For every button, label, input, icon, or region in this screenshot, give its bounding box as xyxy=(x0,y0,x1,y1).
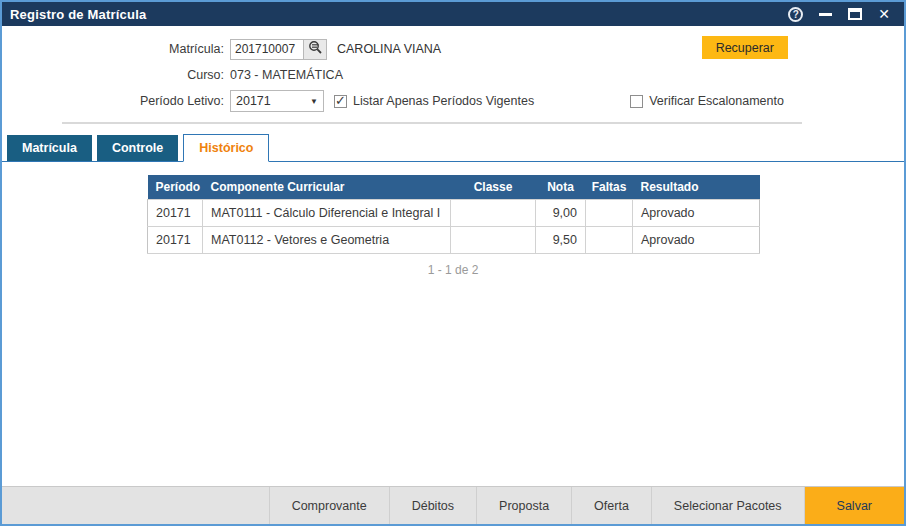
comprovante-button[interactable]: Comprovante xyxy=(269,487,389,524)
historico-table: Período Componente Curricular Classe Not… xyxy=(147,175,760,254)
student-name: CAROLINA VIANA xyxy=(337,42,441,56)
cell-classe xyxy=(451,199,536,226)
periodo-row: Período Letivo: 20171 ▼ Listar Apenas Pe… xyxy=(2,88,904,114)
cell-periodo: 20171 xyxy=(148,226,203,253)
curso-label: Curso: xyxy=(2,68,230,82)
historico-panel: Período Componente Curricular Classe Not… xyxy=(2,161,904,486)
matricula-lookup-button[interactable] xyxy=(304,39,327,60)
cell-faltas xyxy=(586,226,633,253)
col-header-faltas: Faltas xyxy=(586,175,633,199)
checkbox-verificar-escalonamento-label: Verificar Escalonamento xyxy=(649,94,784,108)
lookup-icon xyxy=(308,40,323,58)
form-separator xyxy=(62,122,802,124)
action-bar: Comprovante Débitos Proposta Oferta Sele… xyxy=(2,486,904,524)
cell-classe xyxy=(451,226,536,253)
oferta-button[interactable]: Oferta xyxy=(571,487,651,524)
cell-resultado: Aprovado xyxy=(633,199,760,226)
matricula-input[interactable] xyxy=(230,39,304,60)
selecionar-pacotes-button[interactable]: Selecionar Pacotes xyxy=(651,487,804,524)
cell-nota: 9,00 xyxy=(536,199,586,226)
periodo-letivo-label: Período Letivo: xyxy=(2,94,230,108)
tab-strip: Matrícula Controle Histórico xyxy=(2,128,904,161)
curso-row: Curso: 073 - MATEMÁTICA xyxy=(2,62,904,88)
enrollment-form: Matrícula: CAROLINA VIANA Recuperar Curs… xyxy=(2,26,904,128)
tab-controle[interactable]: Controle xyxy=(97,135,178,161)
restore-window-icon[interactable] xyxy=(848,8,862,20)
cell-resultado: Aprovado xyxy=(633,226,760,253)
cell-faltas xyxy=(586,199,633,226)
col-header-componente: Componente Curricular xyxy=(203,175,451,199)
col-header-periodo: Período xyxy=(148,175,203,199)
cell-nota: 9,50 xyxy=(536,226,586,253)
recuperar-button[interactable]: Recuperar xyxy=(702,36,788,59)
table-header-row: Período Componente Curricular Classe Not… xyxy=(148,175,760,199)
cell-componente: MAT0112 - Vetores e Geometria xyxy=(203,226,451,253)
pagination-label: 1 - 1 de 2 xyxy=(147,263,759,277)
salvar-button[interactable]: Salvar xyxy=(804,487,904,524)
checkbox-listar-vigentes[interactable]: Listar Apenas Períodos Vigentes xyxy=(334,94,534,108)
col-header-resultado: Resultado xyxy=(633,175,760,199)
checkbox-unchecked-icon[interactable] xyxy=(630,95,643,108)
table-row[interactable]: 20171 MAT0111 - Cálculo Diferencial e In… xyxy=(148,199,760,226)
debitos-button[interactable]: Débitos xyxy=(389,487,476,524)
checkbox-verificar-escalonamento[interactable]: Verificar Escalonamento xyxy=(630,94,784,108)
registro-matricula-window: Registro de Matrícula ? ✕ Matrícula: xyxy=(0,0,906,526)
curso-value: 073 - MATEMÁTICA xyxy=(230,68,343,82)
matricula-label: Matrícula: xyxy=(2,42,230,56)
proposta-button[interactable]: Proposta xyxy=(476,487,571,524)
title-bar: Registro de Matrícula ? ✕ xyxy=(2,2,904,26)
window-title: Registro de Matrícula xyxy=(10,7,146,22)
chevron-down-icon: ▼ xyxy=(310,97,318,106)
periodo-letivo-value: 20171 xyxy=(236,94,271,108)
tab-matricula[interactable]: Matrícula xyxy=(7,135,92,161)
checkbox-checked-icon[interactable] xyxy=(334,95,347,108)
col-header-nota: Nota xyxy=(536,175,586,199)
table-row[interactable]: 20171 MAT0112 - Vetores e Geometria 9,50… xyxy=(148,226,760,253)
help-icon[interactable]: ? xyxy=(788,7,803,22)
minimize-icon[interactable] xyxy=(819,13,832,16)
cell-periodo: 20171 xyxy=(148,199,203,226)
periodo-letivo-select[interactable]: 20171 ▼ xyxy=(230,90,324,112)
cell-componente: MAT0111 - Cálculo Diferencial e Integral… xyxy=(203,199,451,226)
matricula-row: Matrícula: CAROLINA VIANA Recuperar xyxy=(2,36,904,62)
tab-historico[interactable]: Histórico xyxy=(183,134,269,162)
checkbox-listar-vigentes-label: Listar Apenas Períodos Vigentes xyxy=(353,94,534,108)
close-icon[interactable]: ✕ xyxy=(878,7,890,21)
titlebar-controls: ? ✕ xyxy=(788,7,896,22)
col-header-classe: Classe xyxy=(451,175,536,199)
